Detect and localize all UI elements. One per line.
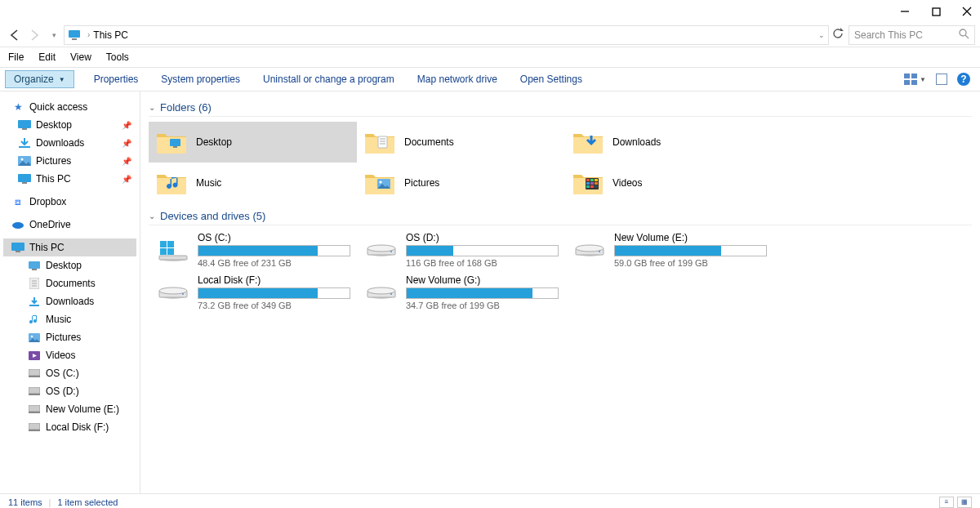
- svg-rect-49: [586, 179, 590, 181]
- svg-rect-50: [590, 179, 594, 181]
- sidebar-qa-thispc[interactable]: This PC📌: [3, 170, 136, 188]
- svg-rect-35: [29, 394, 40, 395]
- details-view-button[interactable]: ≡: [939, 497, 954, 508]
- sidebar-thispc[interactable]: This PC: [3, 238, 136, 256]
- svg-rect-4: [69, 30, 80, 38]
- sidebar-qa-pictures[interactable]: Pictures📌: [3, 152, 136, 170]
- svg-rect-14: [19, 146, 30, 148]
- folder-tile[interactable]: Videos: [565, 163, 773, 203]
- folder-tile[interactable]: Downloads: [565, 122, 773, 163]
- change-view-button[interactable]: ▼: [904, 74, 926, 85]
- sidebar-item-label: Local Disk (F:): [46, 421, 109, 433]
- sidebar-item[interactable]: New Volume (E:): [3, 400, 136, 418]
- drive-name: New Volume (G:): [406, 274, 559, 286]
- sidebar-item[interactable]: Pictures: [3, 328, 136, 346]
- folder-tile[interactable]: Desktop: [149, 122, 357, 163]
- svg-rect-21: [16, 251, 20, 252]
- drive-usage-bar: [614, 245, 767, 256]
- drive-usage-bar: [198, 287, 350, 299]
- close-button[interactable]: [960, 5, 973, 18]
- menu-view[interactable]: View: [70, 51, 91, 63]
- sidebar-item[interactable]: Downloads: [3, 292, 136, 310]
- folder-tile[interactable]: Documents: [357, 122, 565, 163]
- sidebar-item[interactable]: OS (D:): [3, 382, 136, 400]
- drive-usage-bar: [406, 287, 559, 299]
- star-icon: ★: [11, 100, 24, 114]
- sidebar-quick-access[interactable]: ★ Quick access: [3, 98, 136, 116]
- svg-rect-58: [160, 241, 167, 247]
- menu-edit[interactable]: Edit: [38, 51, 56, 63]
- preview-pane-button[interactable]: [936, 74, 947, 85]
- organize-button[interactable]: Organize▼: [5, 70, 74, 88]
- drive-tile[interactable]: New Volume (E:)59.0 GB free of 199 GB: [565, 230, 773, 273]
- back-button[interactable]: [7, 27, 23, 43]
- folder-tile[interactable]: Music: [149, 163, 357, 203]
- sidebar-item[interactable]: Desktop: [3, 256, 136, 274]
- svg-rect-12: [18, 120, 31, 128]
- sidebar-item[interactable]: Music: [3, 310, 136, 328]
- tool-map-drive[interactable]: Map network drive: [417, 74, 497, 85]
- maximize-button[interactable]: [929, 5, 942, 18]
- minimize-button[interactable]: [898, 5, 911, 18]
- this-pc-icon: [68, 29, 81, 42]
- breadcrumb-location[interactable]: This PC: [93, 29, 128, 41]
- music-folder-icon: [155, 167, 188, 199]
- recent-locations-dropdown[interactable]: ▾: [46, 27, 62, 43]
- breadcrumb[interactable]: › This PC ⌄: [64, 25, 829, 45]
- tool-uninstall[interactable]: Uninstall or change a program: [263, 74, 394, 85]
- drive-tile[interactable]: OS (C:)48.4 GB free of 231 GB: [149, 230, 357, 273]
- drive-usage-bar: [198, 245, 350, 256]
- svg-rect-38: [29, 423, 40, 430]
- drive-tile[interactable]: Local Disk (F:)73.2 GB free of 349 GB: [149, 273, 357, 315]
- section-folders-header[interactable]: ⌄ Folders (6): [149, 101, 972, 117]
- svg-point-74: [159, 287, 187, 294]
- desktop-icon: [18, 118, 31, 131]
- svg-point-16: [21, 158, 24, 161]
- sidebar-item[interactable]: Documents: [3, 274, 136, 292]
- svg-point-47: [379, 180, 381, 183]
- svg-rect-32: [29, 369, 40, 376]
- sidebar-item-label: Desktop: [46, 260, 82, 271]
- svg-rect-18: [22, 182, 27, 184]
- menu-file[interactable]: File: [8, 51, 24, 63]
- section-drives-header[interactable]: ⌄ Devices and drives (5): [149, 210, 972, 225]
- drive-name: OS (C:): [198, 232, 350, 243]
- menu-tools[interactable]: Tools: [106, 51, 129, 63]
- sidebar-item[interactable]: OS (C:): [3, 364, 136, 382]
- drive-tile[interactable]: New Volume (G:)34.7 GB free of 199 GB: [357, 273, 565, 315]
- sidebar-qa-downloads[interactable]: Downloads📌: [3, 134, 136, 152]
- svg-point-19: [12, 222, 24, 229]
- tool-open-settings[interactable]: Open Settings: [520, 74, 582, 85]
- sidebar-dropbox[interactable]: ⧈ Dropbox: [3, 193, 136, 211]
- tool-system-properties[interactable]: System properties: [161, 74, 240, 85]
- pictures-icon: [18, 154, 31, 167]
- sidebar-item[interactable]: Local Disk (F:): [3, 418, 136, 436]
- desktop-folder-icon: [155, 126, 188, 158]
- item-icon: [28, 367, 41, 380]
- drive-tile[interactable]: OS (D:)116 GB free of 168 GB: [357, 230, 565, 273]
- menu-bar: File Edit View Tools: [0, 47, 980, 67]
- breadcrumb-dropdown-icon[interactable]: ⌄: [818, 31, 825, 39]
- tool-properties[interactable]: Properties: [94, 74, 139, 85]
- svg-rect-33: [29, 376, 40, 377]
- svg-rect-34: [29, 387, 40, 394]
- content-area: ⌄ Folders (6) DesktopDocumentsDownloadsM…: [140, 91, 980, 493]
- item-icon: [28, 385, 41, 398]
- svg-rect-42: [378, 136, 387, 148]
- svg-rect-37: [29, 412, 40, 413]
- refresh-button[interactable]: [832, 28, 844, 42]
- onedrive-icon: [11, 218, 24, 231]
- folder-tile[interactable]: Pictures: [357, 163, 565, 203]
- search-input[interactable]: Search This PC: [849, 25, 975, 45]
- drive-usage-bar: [406, 245, 559, 256]
- sidebar-item[interactable]: Videos: [3, 346, 136, 364]
- folder-label: Pictures: [404, 177, 439, 189]
- forward-button[interactable]: [26, 27, 42, 43]
- item-icon: [28, 295, 41, 308]
- item-icon: [28, 421, 41, 434]
- help-button[interactable]: ?: [957, 73, 970, 86]
- sidebar-qa-desktop[interactable]: Desktop📌: [3, 116, 136, 134]
- svg-rect-1: [933, 8, 940, 16]
- sidebar-onedrive[interactable]: OneDrive: [3, 216, 136, 234]
- tiles-view-button[interactable]: ▦: [957, 497, 972, 508]
